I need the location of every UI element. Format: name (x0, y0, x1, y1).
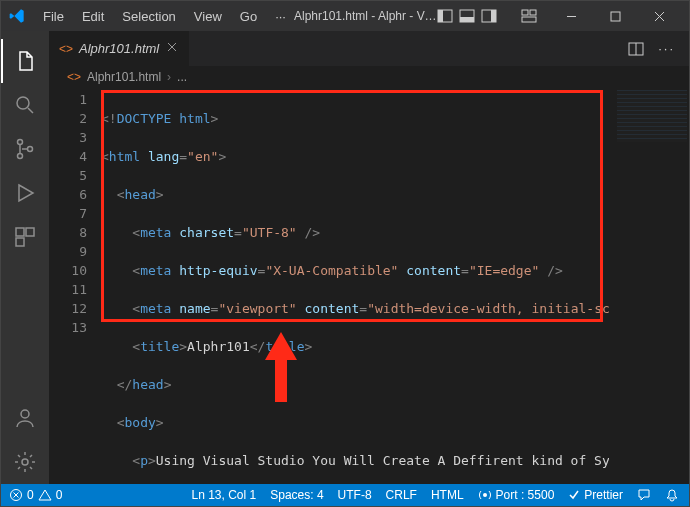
split-editor-icon[interactable] (628, 41, 644, 57)
title-bar: File Edit Selection View Go ··· Alphr101… (1, 1, 689, 31)
close-button[interactable] (637, 1, 681, 31)
svg-rect-3 (460, 17, 474, 22)
status-live-server[interactable]: Port : 5500 (478, 488, 555, 502)
minimize-button[interactable] (549, 1, 593, 31)
chevron-right-icon: › (167, 70, 171, 84)
svg-rect-14 (16, 228, 24, 236)
status-cursor[interactable]: Ln 13, Col 1 (191, 488, 256, 502)
source-control-icon[interactable] (1, 127, 49, 171)
settings-gear-icon[interactable] (1, 440, 49, 484)
menu-edit[interactable]: Edit (74, 5, 112, 28)
status-bar: 0 0 Ln 13, Col 1 Spaces: 4 UTF-8 CRLF HT… (1, 484, 689, 506)
svg-point-12 (18, 154, 23, 159)
svg-rect-9 (611, 12, 620, 21)
editor-area: 123 456 789 101112 13 <!DOCTYPE html> <h… (49, 88, 689, 484)
svg-rect-6 (522, 10, 528, 15)
svg-rect-1 (438, 10, 443, 22)
breadcrumb-file: Alphr101.html (87, 70, 161, 84)
warning-icon (38, 488, 52, 502)
toggle-panel-right-icon[interactable] (481, 8, 497, 24)
code-editor[interactable]: <!DOCTYPE html> <html lang="en"> <head> … (101, 88, 609, 484)
breadcrumbs[interactable]: <> Alphr101.html › ... (49, 66, 689, 88)
status-eol[interactable]: CRLF (386, 488, 417, 502)
tab-label: Alphr101.html (79, 41, 159, 56)
minimap[interactable] (609, 88, 689, 484)
tab-bar: <> Alphr101.html ··· (49, 31, 689, 66)
accounts-icon[interactable] (1, 396, 49, 440)
svg-point-17 (21, 410, 29, 418)
status-prettier[interactable]: Prettier (568, 488, 623, 502)
status-spaces[interactable]: Spaces: 4 (270, 488, 323, 502)
svg-rect-16 (16, 238, 24, 246)
editor-tab[interactable]: <> Alphr101.html (49, 31, 190, 66)
menu-go[interactable]: Go (232, 5, 265, 28)
svg-point-21 (483, 493, 487, 497)
broadcast-icon (478, 488, 492, 502)
toggle-panel-left-icon[interactable] (437, 8, 453, 24)
maximize-button[interactable] (593, 1, 637, 31)
error-icon (9, 488, 23, 502)
vscode-logo-icon (9, 8, 25, 24)
status-language[interactable]: HTML (431, 488, 464, 502)
notifications-icon[interactable] (665, 488, 679, 502)
menu-view[interactable]: View (186, 5, 230, 28)
minimap-thumb (617, 90, 687, 142)
line-number-gutter: 123 456 789 101112 13 (49, 88, 101, 484)
tab-more-icon[interactable]: ··· (658, 41, 675, 56)
menu-file[interactable]: File (35, 5, 72, 28)
svg-rect-5 (491, 10, 496, 22)
svg-point-10 (17, 97, 29, 109)
svg-rect-15 (26, 228, 34, 236)
svg-point-13 (28, 147, 33, 152)
menu-bar: File Edit Selection View Go ··· (35, 5, 294, 28)
svg-rect-8 (522, 17, 536, 22)
window-controls (549, 1, 681, 31)
check-icon (568, 489, 580, 501)
annotation-arrow-icon (261, 332, 301, 402)
svg-point-11 (18, 140, 23, 145)
activity-bar (1, 31, 49, 484)
svg-rect-7 (530, 10, 536, 15)
search-icon[interactable] (1, 83, 49, 127)
status-encoding[interactable]: UTF-8 (338, 488, 372, 502)
breadcrumb-more: ... (177, 70, 187, 84)
window-title: Alphr101.html - Alphr - Vis... (294, 9, 437, 23)
menu-selection[interactable]: Selection (114, 5, 183, 28)
menu-more[interactable]: ··· (267, 5, 294, 28)
run-debug-icon[interactable] (1, 171, 49, 215)
tab-close-icon[interactable] (165, 40, 179, 57)
html-file-icon: <> (59, 42, 73, 56)
toggle-panel-bottom-icon[interactable] (459, 8, 475, 24)
explorer-icon[interactable] (1, 39, 49, 83)
feedback-icon[interactable] (637, 488, 651, 502)
layout-controls (437, 8, 537, 24)
customize-layout-icon[interactable] (521, 8, 537, 24)
status-problems[interactable]: 0 0 (9, 488, 62, 502)
extensions-icon[interactable] (1, 215, 49, 259)
svg-point-18 (22, 459, 28, 465)
html-file-icon: <> (67, 70, 81, 84)
